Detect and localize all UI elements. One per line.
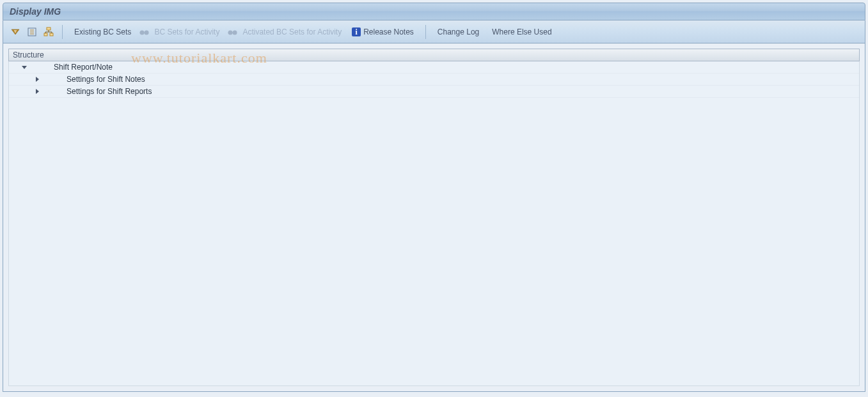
tree-node-settings-shift-notes[interactable]: Settings for Shift Notes (9, 74, 859, 86)
tree-node-label: Shift Report/Note (54, 63, 113, 72)
svg-rect-7 (47, 27, 51, 30)
tree-node-shift-report-note[interactable]: Shift Report/Note (9, 61, 859, 74)
svg-marker-22 (36, 89, 39, 94)
expand-icon[interactable] (9, 88, 35, 95)
tree-body: Shift Report/Note Settings for Shift Not… (8, 61, 860, 386)
release-notes-label: Release Notes (363, 25, 414, 39)
tree-node-label: Settings for Shift Reports (67, 87, 152, 96)
toolbar-separator (62, 25, 63, 39)
svg-rect-8 (44, 33, 47, 36)
existing-bc-sets-button[interactable]: Existing BC Sets (69, 25, 136, 39)
toolbar-separator (425, 25, 426, 39)
bc-sets-for-activity-label: BC Sets for Activity (149, 25, 225, 39)
window-titlebar: Display IMG (3, 3, 865, 20)
activated-bc-sets-for-activity-button: Activated BC Sets for Activity (227, 25, 347, 39)
tree-structure-button[interactable] (42, 25, 56, 39)
svg-point-17 (228, 31, 232, 35)
structure-tree: Structure Shift Report/Note Settings for… (8, 49, 860, 386)
svg-point-15 (145, 31, 148, 35)
change-log-button[interactable]: Change Log (432, 25, 484, 39)
collapse-icon[interactable] (9, 64, 22, 71)
svg-marker-21 (36, 77, 39, 82)
bc-sets-for-activity-button: BC Sets for Activity (139, 25, 225, 39)
glasses-icon (227, 27, 237, 37)
where-else-used-button[interactable]: Where Else Used (487, 25, 556, 39)
additional-info-button[interactable] (25, 25, 39, 39)
svg-rect-9 (50, 33, 53, 36)
application-toolbar: Existing BC Sets BC Sets for Activity Ac… (3, 20, 865, 43)
svg-point-18 (233, 31, 237, 35)
glasses-icon (139, 27, 149, 37)
release-notes-button[interactable]: i Release Notes (349, 25, 419, 39)
content-area: Structure Shift Report/Note Settings for… (3, 43, 865, 392)
tree-node-settings-shift-reports[interactable]: Settings for Shift Reports (9, 86, 859, 98)
info-icon: i (352, 27, 361, 36)
svg-point-14 (140, 31, 144, 35)
activated-bc-sets-for-activity-label: Activated BC Sets for Activity (237, 25, 347, 39)
expand-icon[interactable] (9, 76, 35, 83)
tree-node-label: Settings for Shift Notes (67, 75, 145, 84)
tree-column-header[interactable]: Structure (8, 49, 860, 61)
page-title: Display IMG (10, 6, 61, 17)
svg-marker-20 (22, 66, 27, 69)
expand-subtree-button[interactable] (8, 25, 22, 39)
